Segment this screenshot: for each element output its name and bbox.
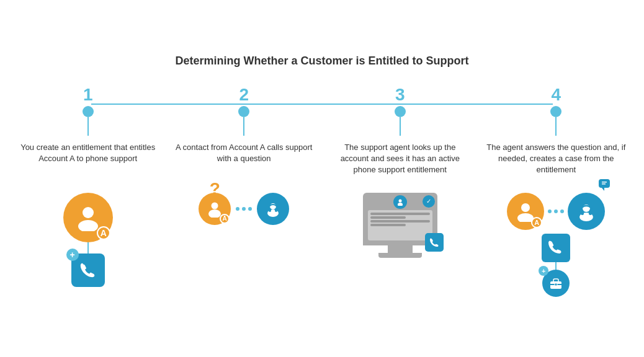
svg-point-10 (521, 203, 530, 212)
svg-point-3 (208, 209, 221, 218)
timeline-row: 1 2 3 4 (18, 86, 626, 136)
account-a-badge-1: A (97, 226, 110, 240)
step-4-icons: A (507, 193, 605, 297)
step-1-icons: A + (63, 193, 113, 287)
plus-badge-1: + (66, 249, 79, 261)
phone-box-4 (542, 234, 570, 262)
speech-bubble-icon (599, 179, 610, 188)
monitor-body: ✓ (363, 193, 437, 245)
monitor-stand (388, 245, 413, 253)
speech-lines (601, 181, 607, 186)
headset-icon-2 (264, 200, 282, 218)
step-1-connector (87, 242, 89, 253)
step-3-line (400, 117, 401, 136)
question-mark-icon: ? (210, 179, 220, 199)
step-4-number: 4 (552, 86, 561, 104)
monitor-phone-badge (425, 233, 444, 252)
step-2-dot (238, 106, 249, 117)
main-container: Determining Whether a Customer is Entitl… (12, 42, 632, 315)
step-1-col: 1 (18, 86, 158, 136)
step-2-line (243, 117, 244, 136)
step-2-pair: A ? (199, 193, 289, 225)
step-3-text: The support agent looks up the account a… (330, 142, 470, 185)
step-3-number: 3 (395, 86, 405, 104)
step-2-number: 2 (239, 86, 249, 104)
monitor-base (378, 253, 422, 258)
svg-point-9 (398, 203, 403, 206)
headset-icon-4 (575, 200, 597, 223)
step-4-top-row: A (507, 193, 605, 230)
step-1-person-circle: A (63, 193, 113, 242)
phone-icon-monitor (429, 237, 439, 247)
svg-rect-20 (555, 283, 557, 286)
svg-rect-17 (602, 183, 606, 185)
toolbox-icon (548, 276, 563, 291)
monitor-container: ✓ (363, 193, 437, 258)
page-title: Determining Whether a Customer is Entitl… (18, 55, 626, 68)
step-4-connector (555, 262, 557, 270)
monitor-person-badge (393, 195, 407, 209)
step-4-col: 4 (486, 86, 626, 136)
step-1-number: 1 (83, 86, 93, 104)
timeline-line (91, 104, 553, 105)
step-4-content: The agent answers the question and, if n… (486, 142, 626, 297)
step-2-col: 2 (174, 86, 314, 136)
step-2-content: A contact from Account A calls support w… (174, 142, 314, 225)
svg-point-1 (78, 220, 98, 231)
step-1-content: You create an entitlement that entitles … (18, 142, 158, 287)
dots-connector-2 (236, 207, 252, 211)
step-4-dot (550, 106, 561, 117)
step-1-text: You create an entitlement that entitles … (18, 142, 158, 185)
agent-circle-4 (568, 193, 605, 230)
phone-icon-4 (548, 240, 564, 256)
phone-icon-1 (79, 262, 97, 279)
svg-point-0 (83, 207, 94, 218)
dots-connector-4 (548, 209, 564, 213)
step-1-line (87, 117, 89, 136)
step-2-text: A contact from Account A calls support w… (174, 142, 314, 185)
svg-point-8 (398, 199, 401, 202)
monitor-person-icon (396, 198, 404, 206)
phone-box-1: + (71, 253, 105, 287)
step-2-icons: A ? (199, 193, 289, 225)
svg-point-2 (212, 202, 218, 209)
svg-rect-16 (602, 182, 607, 183)
step-2-person-circle: A ? (199, 193, 231, 225)
steps-content-row: You create an entitlement that entitles … (18, 142, 626, 297)
step-4-person-circle: A (507, 193, 544, 230)
plus-badge-4: + (539, 266, 548, 276)
step-1-dot (83, 106, 94, 117)
step-3-content: The support agent looks up the account a… (330, 142, 470, 258)
agent-circle-2 (257, 193, 289, 225)
toolbox-circle: + (542, 270, 570, 297)
step-3-dot (395, 106, 406, 117)
step-3-col: 3 (330, 86, 470, 136)
account-a-badge-2: A (220, 214, 230, 224)
step-4-line (555, 117, 557, 136)
person-icon (74, 204, 102, 231)
monitor-screen (368, 210, 432, 240)
step-4-bottom-col: + (542, 234, 570, 297)
step-3-icons: ✓ (363, 193, 437, 258)
account-a-badge-4: A (531, 217, 542, 228)
monitor-check-badge: ✓ (423, 195, 435, 208)
